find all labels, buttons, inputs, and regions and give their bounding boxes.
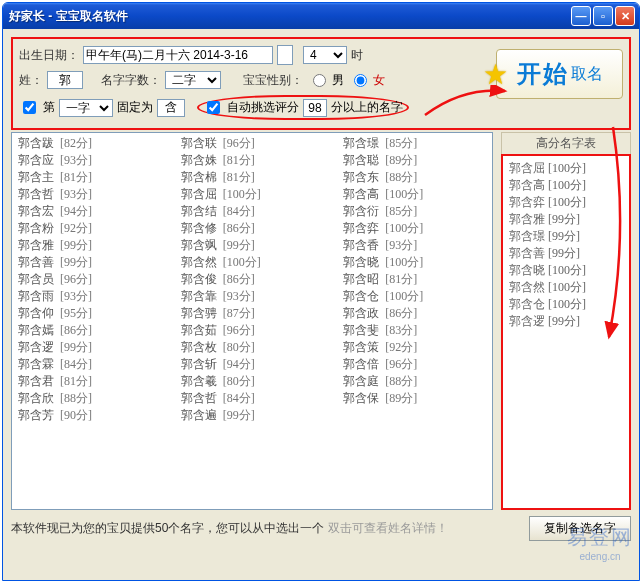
window-title: 好家长 - 宝宝取名软件 [9,8,569,25]
date-picker-button[interactable] [277,45,293,65]
minimize-button[interactable]: — [571,6,591,26]
high-score-item[interactable]: 郭含屈 [100分] [509,160,623,177]
title-bar[interactable]: 好家长 - 宝宝取名软件 — ▫ ✕ [3,3,639,29]
name-list-item[interactable]: 郭含宏 [94分] [18,203,161,220]
results-area: 郭含跋 [82分]郭含应 [93分]郭含主 [81分]郭含哲 [93分]郭含宏 … [11,132,631,510]
name-list-item[interactable]: 郭含雨 [93分] [18,288,161,305]
fixed-char-input[interactable] [157,99,185,117]
high-score-item[interactable]: 郭含然 [100分] [509,279,623,296]
name-list-item[interactable]: 郭含应 [93分] [18,152,161,169]
high-score-item[interactable]: 郭含善 [99分] [509,245,623,262]
name-list-item[interactable]: 郭含修 [86分] [181,220,324,237]
sidebar-title: 高分名字表 [501,132,631,154]
name-list-item[interactable]: 郭含衍 [85分] [343,203,486,220]
name-list-item[interactable]: 郭含结 [84分] [181,203,324,220]
high-score-item[interactable]: 郭含璟 [99分] [509,228,623,245]
name-list-item[interactable]: 郭含欣 [88分] [18,390,161,407]
name-list-item[interactable]: 郭含雅 [99分] [18,237,161,254]
name-list-item[interactable]: 郭含倍 [96分] [343,356,486,373]
high-score-item[interactable]: 郭含弈 [100分] [509,194,623,211]
name-list-item[interactable]: 郭含然 [100分] [181,254,324,271]
name-list-item[interactable]: 郭含君 [81分] [18,373,161,390]
footer: 本软件现已为您的宝贝提供50个名字，您可以从中选出一个 双击可查看姓名详情！ 复… [11,516,631,541]
name-list-item[interactable]: 郭含茹 [96分] [181,322,324,339]
high-score-item[interactable]: 郭含逻 [99分] [509,313,623,330]
sidebar: 高分名字表 郭含屈 [100分]郭含高 [100分]郭含弈 [100分]郭含雅 … [501,132,631,510]
name-list-item[interactable]: 郭含斐 [83分] [343,322,486,339]
high-score-item[interactable]: 郭含高 [100分] [509,177,623,194]
name-list-item[interactable]: 郭含遍 [99分] [181,407,324,424]
footer-tip: 本软件现已为您的宝贝提供50个名字，您可以从中选出一个 双击可查看姓名详情！ [11,520,521,537]
name-list-item[interactable]: 郭含羲 [80分] [181,373,324,390]
gender-male-radio[interactable] [313,74,326,87]
name-list-item[interactable]: 郭含仓 [100分] [343,288,486,305]
name-list-item[interactable]: 郭含聪 [89分] [343,152,486,169]
auto-filter-suffix: 分以上的名字 [331,99,403,116]
hour-suffix: 时 [351,47,363,64]
client-area: 出生日期： 4 时 姓： 名字字数： 二字 宝宝性别： 男 女 第 一字 固定为 [3,29,639,545]
gender-female-label: 女 [373,72,385,89]
copy-names-button[interactable]: 复制备选名字 [529,516,631,541]
name-list-item[interactable]: 郭含飒 [99分] [181,237,324,254]
name-list-item[interactable]: 郭含弈 [100分] [343,220,486,237]
high-score-list[interactable]: 郭含屈 [100分]郭含高 [100分]郭含弈 [100分]郭含雅 [99分]郭… [501,154,631,510]
name-list-item[interactable]: 郭含哲 [93分] [18,186,161,203]
start-button[interactable]: ★ 开始取名 [496,49,623,99]
name-list-item[interactable]: 郭含靠 [93分] [181,288,324,305]
name-list-item[interactable]: 郭含霖 [84分] [18,356,161,373]
birthdate-input[interactable] [83,46,273,64]
name-list-item[interactable]: 郭含联 [96分] [181,135,324,152]
fixed-pos-checkbox[interactable] [23,101,36,114]
name-list-item[interactable]: 郭含嫣 [86分] [18,322,161,339]
pos-select[interactable]: 一字 [59,99,113,117]
name-list-item[interactable]: 郭含姝 [81分] [181,152,324,169]
name-list-item[interactable]: 郭含骋 [87分] [181,305,324,322]
name-list-item[interactable]: 郭含高 [100分] [343,186,486,203]
auto-filter-checkbox[interactable] [207,101,220,114]
name-list-item[interactable]: 郭含枚 [80分] [181,339,324,356]
name-list-item[interactable]: 郭含跋 [82分] [18,135,161,152]
name-list-item[interactable]: 郭含保 [89分] [343,390,486,407]
name-list-item[interactable]: 郭含屈 [100分] [181,186,324,203]
auto-filter-group: 自动挑选评分 分以上的名字 [197,95,409,120]
star-icon: ★ [483,58,508,91]
name-list-item[interactable]: 郭含芳 [90分] [18,407,161,424]
name-list-item[interactable]: 郭含棉 [81分] [181,169,324,186]
name-list-item[interactable]: 郭含香 [93分] [343,237,486,254]
gender-label: 宝宝性别： [243,72,303,89]
name-list-item[interactable]: 郭含斩 [94分] [181,356,324,373]
name-list-item[interactable]: 郭含政 [86分] [343,305,486,322]
name-list-item[interactable]: 郭含主 [81分] [18,169,161,186]
name-list-item[interactable]: 郭含东 [88分] [343,169,486,186]
birthdate-label: 出生日期： [19,47,79,64]
name-list-item[interactable]: 郭含逻 [99分] [18,339,161,356]
high-score-item[interactable]: 郭含雅 [99分] [509,211,623,228]
name-list-item[interactable]: 郭含仰 [95分] [18,305,161,322]
name-list-pane[interactable]: 郭含跋 [82分]郭含应 [93分]郭含主 [81分]郭含哲 [93分]郭含宏 … [11,132,493,510]
name-list-item[interactable]: 郭含璟 [85分] [343,135,486,152]
name-list-item[interactable]: 郭含粉 [92分] [18,220,161,237]
charcount-label: 名字字数： [101,72,161,89]
name-list-item[interactable]: 郭含俊 [86分] [181,271,324,288]
surname-input[interactable] [47,71,83,89]
auto-score-input[interactable] [303,99,327,117]
fixed-label: 固定为 [117,99,153,116]
high-score-item[interactable]: 郭含仓 [100分] [509,296,623,313]
gender-female-radio[interactable] [354,74,367,87]
close-button[interactable]: ✕ [615,6,635,26]
name-list-item[interactable]: 郭含昭 [81分] [343,271,486,288]
high-score-item[interactable]: 郭含晓 [100分] [509,262,623,279]
surname-label: 姓： [19,72,43,89]
name-list-item[interactable]: 郭含员 [96分] [18,271,161,288]
name-list-item[interactable]: 郭含哲 [84分] [181,390,324,407]
name-list-item[interactable]: 郭含庭 [88分] [343,373,486,390]
name-list-item[interactable]: 郭含策 [92分] [343,339,486,356]
pos-prefix: 第 [43,99,55,116]
name-list-item[interactable]: 郭含晓 [100分] [343,254,486,271]
app-window: 好家长 - 宝宝取名软件 — ▫ ✕ 出生日期： 4 时 姓： 名字字数： 二字… [2,2,640,581]
charcount-select[interactable]: 二字 [165,71,221,89]
name-list-item[interactable]: 郭含善 [99分] [18,254,161,271]
hour-select[interactable]: 4 [303,46,347,64]
start-button-small: 取名 [571,64,603,85]
maximize-button[interactable]: ▫ [593,6,613,26]
